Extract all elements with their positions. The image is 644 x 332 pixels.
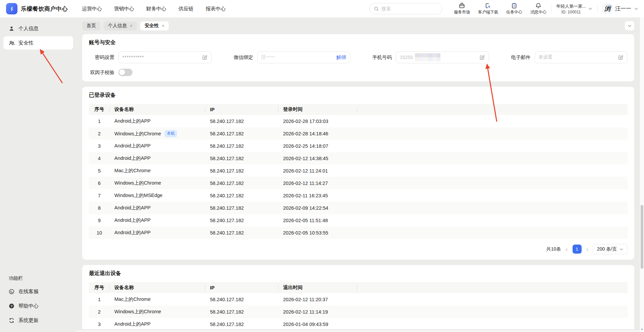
cell-index: 7 xyxy=(89,189,110,202)
user-menu[interactable]: 浏 汪一一 xyxy=(602,4,639,14)
device-name: Android上的APP xyxy=(114,321,151,327)
cell-device: Windows上的MSEdge xyxy=(110,189,205,202)
edit-icon[interactable] xyxy=(479,55,485,60)
update-icon xyxy=(8,317,15,324)
tab-overflow-button[interactable] xyxy=(625,21,634,30)
phone-field[interactable]: 15255 xyxy=(396,51,489,63)
cell-index: 1 xyxy=(89,115,110,127)
top-nav-item[interactable]: 运营中心 xyxy=(82,6,102,12)
store-switcher[interactable]: 年轻人第一家... ID: 100011 xyxy=(556,3,593,14)
table-row: 3Android上的APP58.240.127.1822026-01-04 09… xyxy=(89,318,628,330)
cell-index: 2 xyxy=(89,127,110,140)
cell-ip: 58.240.127.182 xyxy=(205,202,278,214)
page-size-select[interactable]: 200 条/页 xyxy=(593,244,628,254)
edit-icon[interactable] xyxy=(618,55,624,60)
cell-empty xyxy=(357,293,628,306)
quick-actions: 服务市场客户端下载任务中心消息中心 xyxy=(454,2,546,15)
quick-action-message-center[interactable]: 消息中心 xyxy=(530,2,546,15)
cell-empty xyxy=(357,127,628,140)
cell-index: 4 xyxy=(89,152,110,164)
cell-device: Mac上的Chrome xyxy=(110,293,205,306)
cell-time: 2026-02-12 11:20:37 xyxy=(278,293,357,306)
sidebar-footer: 功能栏 在线客服?帮助中心系统更新 xyxy=(0,275,76,328)
table-row: 4Android上的APP58.240.127.1822026-02-12 14… xyxy=(89,152,628,164)
table-row: 8Android上的APP58.240.127.1822026-02-09 14… xyxy=(89,202,628,214)
scrollbar-down-arrow[interactable]: ▼ xyxy=(640,328,644,331)
main-content: 首页个人信息×安全性× 账号与安全 密码设置 ********** 微信绑定 xyxy=(76,17,640,332)
search-box[interactable] xyxy=(369,3,442,14)
top-nav-item[interactable]: 财务中心 xyxy=(146,6,166,12)
quick-action-label: 客户端下载 xyxy=(478,9,498,15)
section-title: 最近退出设备 xyxy=(89,270,628,277)
horizontal-scrollbar[interactable] xyxy=(76,329,640,332)
divider xyxy=(597,4,598,13)
table-row: 1Mac上的Chrome58.240.127.1822026-02-12 11:… xyxy=(89,293,628,306)
section-title: 账号与安全 xyxy=(89,39,628,46)
tab-label: 个人信息 xyxy=(108,23,127,29)
tab-home[interactable]: 首页 xyxy=(82,21,100,30)
top-nav-item[interactable]: 报表中心 xyxy=(206,6,226,12)
device-name: Windows上的Chrome xyxy=(114,180,161,186)
user-name: 汪一一 xyxy=(615,5,631,12)
cell-ip: 58.240.127.182 xyxy=(205,164,278,177)
sidebar-footer-title: 功能栏 xyxy=(0,275,76,281)
scrollbar-thumb[interactable] xyxy=(641,205,643,269)
cell-index: 3 xyxy=(89,318,110,330)
cell-time: 2026-02-12 11:14:19 xyxy=(278,306,357,318)
sidebar-item-help-center[interactable]: ?帮助中心 xyxy=(3,299,73,313)
search-input[interactable] xyxy=(381,6,432,11)
close-icon[interactable]: × xyxy=(162,23,164,28)
store-id: ID: 100011 xyxy=(556,10,586,14)
device-name: Android上的APP xyxy=(114,143,151,148)
device-name: Android上的APP xyxy=(114,217,151,223)
quick-action-task-center[interactable]: 任务中心 xyxy=(506,2,522,15)
sidebar-item-system-update[interactable]: 系统更新 xyxy=(3,314,73,327)
table-row: 2Windows上的Chrome58.240.127.1822026-02-12… xyxy=(89,306,628,318)
email-field[interactable]: 未设置 xyxy=(535,51,628,63)
top-nav-item[interactable]: 供应链 xyxy=(178,6,194,12)
tab-profile[interactable]: 个人信息× xyxy=(104,21,137,30)
phone-group: 手机号码 15255 xyxy=(366,51,489,63)
vertical-scrollbar[interactable]: ▼ xyxy=(640,17,644,332)
prev-page-icon[interactable]: ‹ xyxy=(565,246,568,252)
email-placeholder: 未设置 xyxy=(539,54,553,60)
cell-ip: 58.240.127.182 xyxy=(205,152,278,164)
next-page-icon[interactable]: › xyxy=(586,246,589,252)
cell-device: Android上的APP xyxy=(110,152,205,164)
column-header: 序号 xyxy=(89,104,110,115)
unbind-link[interactable]: 解绑 xyxy=(336,54,346,61)
cell-time: 2026-02-05 11:51:48 xyxy=(278,214,357,226)
wechat-group: 微信绑定 汪一一 解绑 xyxy=(228,51,351,63)
search-icon xyxy=(374,6,379,11)
two-factor-toggle[interactable] xyxy=(118,69,132,76)
sidebar-item-online-service[interactable]: 在线客服 xyxy=(3,285,73,298)
logged-in-devices-card: 已登录设备 序号设备名称IP登录时间 1Android上的APP58.240.1… xyxy=(82,87,634,260)
phone-privacy-blur xyxy=(415,53,440,61)
cell-time: 2026-02-12 14:38:45 xyxy=(278,152,357,164)
toggle-knob xyxy=(119,69,125,75)
quick-action-service-market[interactable]: 服务市场 xyxy=(454,2,470,15)
tab-security[interactable]: 安全性× xyxy=(140,21,169,30)
page-number-button[interactable]: 1 xyxy=(573,245,582,254)
svg-text:?: ? xyxy=(10,304,12,308)
cell-index: 6 xyxy=(89,177,110,189)
chevron-down-icon xyxy=(627,23,632,28)
password-field[interactable]: ********** xyxy=(118,51,212,63)
cell-ip: 58.240.127.182 xyxy=(205,318,278,330)
device-name: Windows上的MSEdge xyxy=(114,193,162,198)
app-logo-icon xyxy=(6,3,17,14)
edit-icon[interactable] xyxy=(202,55,208,60)
logged_out-table: 序号设备名称IP退出时间 1Mac上的Chrome58.240.127.1822… xyxy=(89,282,628,332)
cell-empty xyxy=(357,152,628,164)
table-row: 3Android上的APP58.240.127.1822026-02-25 14… xyxy=(89,140,628,152)
table-header-row: 序号设备名称IP登录时间 xyxy=(89,104,628,115)
task-icon xyxy=(511,2,518,9)
sidebar-item-profile[interactable]: 个人信息 xyxy=(3,22,73,35)
quick-action-client-download[interactable]: 客户端下载 xyxy=(478,2,498,15)
quick-action-label: 消息中心 xyxy=(530,9,546,15)
avatar: 浏 xyxy=(602,4,612,14)
account-form-row: 密码设置 ********** 微信绑定 汪一一 解绑 手机号码 xyxy=(89,51,628,63)
close-icon[interactable]: × xyxy=(130,23,132,28)
top-nav-item[interactable]: 营销中心 xyxy=(114,6,134,12)
sidebar-item-security[interactable]: 安全性 xyxy=(3,36,73,50)
